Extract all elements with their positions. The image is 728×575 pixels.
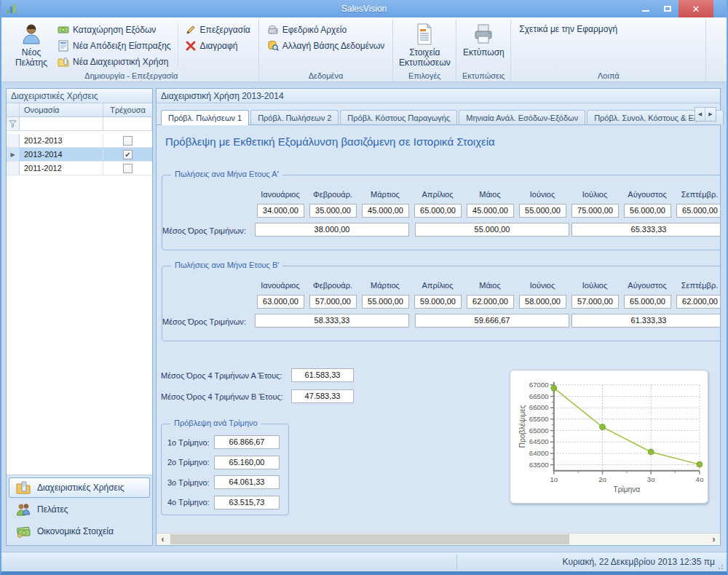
new-fiscal-year-label: Νέα Διαχειριστική Χρήση [73,57,168,67]
quarter-average-field[interactable]: 55.000,00 [415,223,569,237]
scroll-left-icon[interactable]: ‹ [157,534,169,545]
forecast-chart-panel: 6350064000645006500065500660006650067000… [510,370,708,504]
avg-year-b-field[interactable]: 47.583,33 [291,389,354,403]
month-value-field[interactable]: 62.000,00 [467,295,514,309]
row-indicator [7,134,20,147]
current-checkbox[interactable] [123,164,132,173]
quarter-average-field[interactable]: 61.333,33 [571,314,720,328]
fiscal-year-name-cell[interactable]: 2011-2012 [20,162,103,175]
new-customer-button[interactable]: Νέος Πελάτης [9,21,54,70]
maximize-button[interactable] [657,0,678,17]
table-row[interactable]: 2011-2012 [7,162,152,175]
forecast-quarter-field[interactable]: 66.866,67 [214,435,280,449]
month-value-field[interactable]: 56.000,00 [624,204,671,218]
fiscal-grid-body: 2012-2013▶2013-2014✔2011-2012 [7,131,152,175]
change-database-button[interactable]: Αλλαγή Βάσης Δεδομένων [264,39,389,53]
month-value-field[interactable]: 59.000,00 [414,295,462,309]
quarter-average-field[interactable]: 65.333,33 [571,223,720,237]
ribbon-group-create-edit: Νέος Πελάτης Καταχώρηση Εξόδων [4,20,259,82]
month-value-field[interactable]: 45.000,00 [362,204,409,218]
print-items-button[interactable]: Στοιχεία Εκτυπώσεων [397,21,451,70]
current-checkbox[interactable]: ✔ [123,150,132,159]
month-value-field[interactable]: 65.000,00 [414,204,462,218]
document-icon [413,23,436,46]
tab-3[interactable]: Πρόβλ. Κόστους Παραγωγής [340,110,457,124]
svg-text:67000: 67000 [529,381,549,389]
grid-column-name[interactable]: Ονομασία [20,103,103,116]
forecast-row: 3ο Τρίμηνο:64.061,33 [167,475,280,489]
avg-year-b-label: Μέσος Όρος 4 Τριμήνων Β Έτους: [161,392,287,401]
month-header-label: Ιούλιος [570,190,620,199]
month-value-field[interactable]: 55.000,00 [519,204,566,218]
month-value-field[interactable]: 58.000,00 [519,295,566,309]
month-value-field[interactable]: 65.000,00 [676,204,720,218]
avg-year-a-field[interactable]: 61.583,33 [291,368,354,382]
svg-text:66000: 66000 [529,403,549,411]
quarter-average-field[interactable]: 59.666,67 [415,314,569,328]
quarter-average-field[interactable]: 38.000,00 [255,223,409,237]
filter-input-current[interactable] [103,117,152,130]
sidebar-item-label: Οικονομικά Στοιχεία [37,526,114,536]
fiscal-year-current-cell[interactable] [103,162,152,175]
register-expenses-button[interactable]: Καταχώρηση Εξόδων [54,23,175,37]
tab-scroll-right-icon[interactable]: ▶ [705,108,716,121]
filter-cell-icon[interactable] [7,117,20,130]
fiscal-year-name-cell[interactable]: 2012-2013 [20,134,103,147]
month-value-field[interactable]: 57.000,00 [309,295,357,309]
pencil-icon [185,24,197,36]
tab-2[interactable]: Πρόβλ. Πωλήσεων 2 [250,110,339,124]
filter-input-name[interactable] [20,117,103,130]
quarter-average-field[interactable]: 58.333,33 [255,314,409,328]
month-value-field[interactable]: 65.000,00 [624,295,671,309]
table-row[interactable]: ▶2013-2014✔ [7,148,152,162]
tab-scroll-left-icon[interactable]: ◀ [695,108,705,121]
backup-file-button[interactable]: Εφεδρικό Αρχείο [264,23,389,37]
delete-button[interactable]: Διαγραφή [181,39,254,53]
sidebar-item-financial[interactable]: Οικονομικά Στοιχεία [9,521,150,542]
month-value-field[interactable]: 34.000,00 [257,204,304,218]
fiscal-year-current-cell[interactable] [103,134,152,147]
new-receipt-button[interactable]: Νέα Απόδειξη Είσπραξης [54,39,175,53]
edit-button[interactable]: Επεξεργασία [181,23,254,37]
tab-1[interactable]: Πρόβλ. Πωλήσεων 1 [161,110,249,125]
close-button[interactable]: ✕ [678,0,713,17]
print-label: Εκτύπωση [463,48,505,58]
forecast-quarter-label: 1ο Τρίμηνο: [167,438,214,447]
fiscal-year-current-cell[interactable]: ✔ [103,148,152,161]
folder-icon [58,56,69,68]
month-header-label: Ιανουάριος [256,190,305,199]
current-checkbox[interactable] [123,136,132,146]
scrollbar-thumb[interactable] [170,534,569,544]
month-value-field[interactable]: 35.000,00 [309,204,357,218]
month-header-label: Μάρτιος [360,281,410,290]
month-value-field[interactable]: 62.000,00 [676,295,720,309]
minimize-button[interactable] [635,0,657,17]
tab-4[interactable]: Μηνιαία Ανάλ. Εσόδων-Εξόδων [459,110,585,124]
scroll-right-icon[interactable]: › [708,534,720,545]
grid-header-row: Ονομασία Τρέχουσα [7,103,152,117]
month-value-field[interactable]: 57.000,00 [571,295,619,309]
sidebar-item-label: Διαχειριστικές Χρήσεις [37,483,124,493]
forecast-quarter-field[interactable]: 65.160,00 [214,456,280,469]
scrollbar-track[interactable] [169,534,708,545]
ribbon-group-caption: Εκτυπώσεις [456,71,510,80]
sidebar-nav: Διαχειριστικές Χρήσεις Πελάτες [7,475,152,545]
month-value-field[interactable]: 45.000,00 [467,204,514,218]
horizontal-scrollbar[interactable]: ‹ › [157,533,720,545]
about-button[interactable]: Σχετικά με την Εφαρμογή [515,23,621,36]
table-row[interactable]: 2012-2013 [7,134,152,148]
month-value-field[interactable]: 75.000,00 [571,204,619,218]
grid-column-current[interactable]: Τρέχουσα [103,103,152,116]
fiscal-year-name-cell[interactable]: 2013-2014 [20,148,103,161]
month-value-field[interactable]: 55.000,00 [362,295,409,309]
window-title: SalesVision [1,4,727,14]
resize-grip-icon[interactable] [718,563,725,570]
month-header-label: Ιούλιος [570,281,620,290]
forecast-quarter-field[interactable]: 63.515,73 [214,496,280,509]
sidebar-item-customers[interactable]: Πελάτες [9,499,150,520]
forecast-quarter-field[interactable]: 64.061,33 [214,475,280,489]
sidebar-item-fiscal-years[interactable]: Διαχειριστικές Χρήσεις [9,477,150,498]
new-fiscal-year-button[interactable]: Νέα Διαχειριστική Χρήση [54,55,175,69]
print-button[interactable]: Εκτύπωση [461,21,506,60]
month-value-field[interactable]: 63.000,00 [257,295,304,309]
